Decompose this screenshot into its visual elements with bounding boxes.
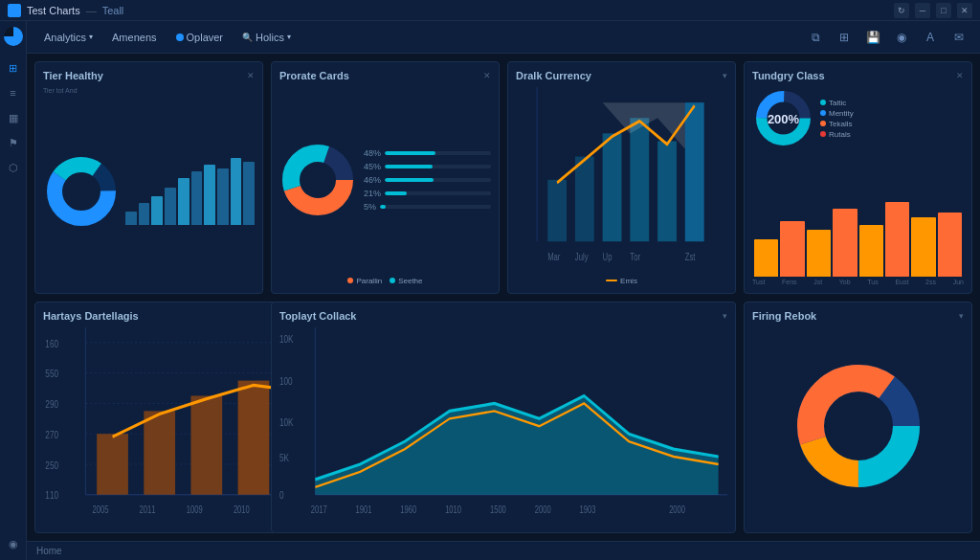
maximize-icon[interactable]: □	[936, 3, 951, 18]
svg-text:270: 270	[45, 428, 58, 440]
app-icon	[8, 4, 21, 17]
toolbar-holics[interactable]: 🔍 Holics ▾	[234, 29, 299, 46]
close-icon[interactable]: ✕	[957, 3, 972, 18]
amenens-label: Amenens	[112, 32, 156, 43]
text-icon[interactable]: A	[919, 26, 942, 49]
svg-text:100: 100	[279, 375, 293, 388]
copy-icon[interactable]: ⧉	[804, 26, 827, 49]
toolbar-oplaver[interactable]: Oplaver	[168, 29, 232, 46]
chart4-x-labels: Tust Fens Jst Yob Tus Eust 2ss Jun	[752, 279, 964, 285]
chart-toplayt: Toplayt Collack ▾ 10K 100 10K 5K 0	[271, 302, 736, 534]
svg-text:110: 110	[45, 489, 58, 502]
svg-rect-36	[144, 411, 175, 494]
svg-rect-7	[547, 180, 567, 242]
app-body: ⊞ ≡ ▦ ⚑ ⬡ ◉ Analytics ▾ Amenens Oplaver …	[0, 21, 980, 560]
chart2-pct-rows: 48% 45% 46% 21%	[364, 148, 491, 212]
chart2-body: 48% 45% 46% 21%	[279, 87, 491, 273]
chart3-linebar: Mar July Up Tor Zst	[516, 87, 727, 273]
svg-text:1500: 1500	[490, 504, 506, 514]
title-bar-controls: ↻ ─ □ ✕	[894, 3, 972, 18]
mail-icon[interactable]: ✉	[947, 26, 970, 49]
svg-text:1903: 1903	[580, 504, 596, 514]
svg-text:550: 550	[45, 368, 58, 380]
chart3-legend-emis: Emis	[620, 277, 637, 285]
svg-text:1009: 1009	[187, 504, 203, 514]
sidebar-item-hex[interactable]: ⬡	[3, 157, 24, 178]
holics-chevron: ▾	[287, 33, 291, 41]
svg-text:Zst: Zst	[685, 250, 696, 262]
oplaver-label: Oplaver	[187, 32, 224, 43]
chart1-controls: ✕	[247, 71, 255, 80]
svg-text:Mar: Mar	[547, 250, 561, 262]
chart-dralk: Dralk Currency ▾	[507, 61, 736, 294]
holics-label: Holics	[256, 32, 284, 43]
svg-rect-35	[97, 434, 128, 495]
oplaver-dot	[176, 34, 184, 41]
chart2-legend-parallin: Parallin	[356, 277, 382, 285]
svg-text:5K: 5K	[279, 451, 289, 463]
search-icon: 🔍	[242, 33, 253, 42]
sidebar-item-menu[interactable]: ≡	[3, 82, 24, 103]
title-bar: Test Charts — Teall ↻ ─ □ ✕	[0, 0, 980, 21]
chart3-title: Dralk Currency	[516, 70, 591, 81]
chart-prorate: Prorate Cards ✕ 48%	[271, 61, 500, 294]
toolbar: Analytics ▾ Amenens Oplaver 🔍 Holics ▾ ⧉…	[27, 21, 980, 54]
sidebar-item-user[interactable]: ◉	[3, 533, 24, 554]
svg-point-70	[825, 392, 892, 459]
chart2-header: Prorate Cards ✕	[279, 70, 491, 81]
chart4-close[interactable]: ✕	[956, 71, 964, 80]
svg-text:2011: 2011	[140, 504, 156, 514]
toolbar-analytics[interactable]: Analytics ▾	[36, 29, 100, 46]
chart2-legend: Parallin Seethe	[279, 277, 491, 285]
chart2-close[interactable]: ✕	[483, 71, 491, 80]
refresh-icon[interactable]: ↻	[894, 3, 909, 18]
status-bar: Home	[27, 541, 980, 560]
face-icon[interactable]: ◉	[890, 26, 913, 49]
sidebar-item-grid[interactable]: ⊞	[3, 57, 24, 78]
chart1-bars	[125, 158, 255, 225]
chart7-donut-wrap	[752, 327, 964, 526]
chart6-body: 10K 100 10K 5K 0 2017 1901	[279, 327, 727, 526]
toolbar-amenens[interactable]: Amenens	[104, 29, 164, 46]
svg-text:1960: 1960	[400, 504, 416, 514]
chart1-close[interactable]: ✕	[247, 71, 255, 80]
toolbar-right: ⧉ ⊞ 💾 ◉ A ✉	[804, 26, 970, 49]
chart4-mini-bars: Tust Fens Jst Yob Tus Eust 2ss Jun	[752, 153, 964, 285]
legend-mentity: Mentity	[829, 109, 854, 118]
grid-icon[interactable]: ⊞	[833, 26, 856, 49]
svg-text:2000: 2000	[535, 504, 551, 514]
chart4-donut: 200%	[752, 87, 814, 149]
chart4-legend: Taltic Mentity Tekalls	[820, 99, 854, 139]
chart6-dropdown[interactable]: ▾	[723, 311, 727, 321]
analytics-label: Analytics	[44, 32, 86, 43]
minimize-icon[interactable]: ─	[915, 3, 930, 18]
chart4-center-pct: 200%	[768, 111, 799, 125]
chart2-title: Prorate Cards	[279, 70, 349, 81]
save-icon[interactable]: 💾	[861, 26, 884, 49]
svg-rect-37	[190, 395, 222, 494]
svg-text:1901: 1901	[356, 504, 372, 514]
sidebar-item-chart[interactable]: ▦	[3, 107, 24, 128]
svg-rect-8	[575, 157, 594, 242]
dashboard: Tier Healthy ✕ Tier tot And	[27, 54, 980, 541]
chart1-header: Tier Healthy ✕	[43, 70, 255, 81]
content-area: Analytics ▾ Amenens Oplaver 🔍 Holics ▾ ⧉…	[27, 21, 980, 560]
chart7-dropdown[interactable]: ▾	[959, 311, 964, 321]
legend-taltic: Taltic	[829, 99, 846, 107]
svg-text:2005: 2005	[92, 504, 108, 514]
chart4-title: Tundgry Class	[752, 70, 825, 81]
chart1-subtitle: Tier tot And	[43, 87, 255, 94]
legend-rutals: Rutals	[829, 130, 851, 139]
svg-text:0: 0	[279, 489, 284, 502]
chart3-dropdown[interactable]: ▾	[723, 71, 727, 80]
svg-text:290: 290	[45, 397, 58, 410]
sidebar-item-flag[interactable]: ⚑	[3, 132, 24, 153]
svg-rect-9	[603, 133, 622, 241]
analytics-chevron: ▾	[89, 33, 93, 41]
sidebar-logo[interactable]	[4, 27, 23, 46]
chart3-header: Dralk Currency ▾	[516, 70, 727, 81]
svg-text:1010: 1010	[445, 504, 461, 514]
legend-tekalls: Tekalls	[829, 120, 852, 128]
svg-text:10K: 10K	[279, 332, 294, 345]
status-text: Home	[36, 546, 62, 556]
